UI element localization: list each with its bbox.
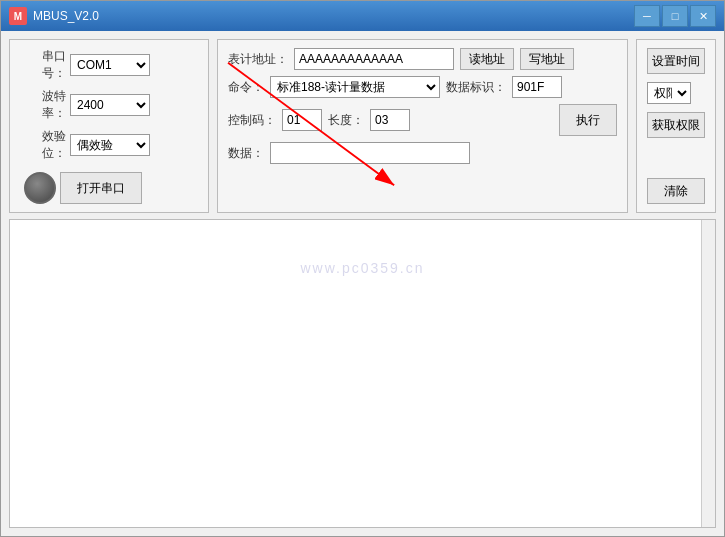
length-label: 长度：: [328, 112, 364, 129]
ctrl-label: 控制码：: [228, 112, 276, 129]
cmd-row: 命令： 标准188-读计量数据 标准188-写数据 标准188-读参数 数据标识…: [228, 76, 617, 98]
log-area[interactable]: www.pc0359.cn: [9, 219, 716, 528]
port-row: 串口号： COM1 COM2 COM3 COM4: [20, 48, 198, 82]
data-row: 数据：: [228, 142, 617, 164]
baud-select[interactable]: 1200 2400 4800 9600: [70, 94, 150, 116]
data-label: 数据：: [228, 145, 264, 162]
perm-row: 权限0 权限1 权限2: [647, 82, 705, 104]
length-input[interactable]: [370, 109, 410, 131]
top-panels: 串口号： COM1 COM2 COM3 COM4 波特率： 1200 2400 …: [9, 39, 716, 213]
clear-button[interactable]: 清除: [647, 178, 705, 204]
get-perm-button[interactable]: 获取权限: [647, 112, 705, 138]
window-title: MBUS_V2.0: [33, 9, 634, 23]
meter-addr-row: 表计地址： 读地址 写地址: [228, 48, 617, 70]
left-panel: 串口号： COM1 COM2 COM3 COM4 波特率： 1200 2400 …: [9, 39, 209, 213]
parity-select[interactable]: 偶效验 奇效验 无效验: [70, 134, 150, 156]
port-label: 串口号：: [20, 48, 66, 82]
maximize-button[interactable]: □: [662, 5, 688, 27]
window-controls: ─ □ ✕: [634, 5, 716, 27]
minimize-button[interactable]: ─: [634, 5, 660, 27]
data-input[interactable]: [270, 142, 470, 164]
app-icon: M: [9, 7, 27, 25]
baud-label: 波特率：: [20, 88, 66, 122]
main-window: M MBUS_V2.0 ─ □ ✕ 串口号： COM1 COM2 COM3 CO…: [0, 0, 725, 537]
identifier-input[interactable]: [512, 76, 562, 98]
parity-row: 效验位： 偶效验 奇效验 无效验: [20, 128, 198, 162]
write-addr-button[interactable]: 写地址: [520, 48, 574, 70]
parity-label: 效验位：: [20, 128, 66, 162]
meter-addr-input[interactable]: [294, 48, 454, 70]
exec-button[interactable]: 执行: [559, 104, 617, 136]
set-time-button[interactable]: 设置时间: [647, 48, 705, 74]
title-bar: M MBUS_V2.0 ─ □ ✕: [1, 1, 724, 31]
ctrl-input[interactable]: [282, 109, 322, 131]
middle-panel: 表计地址： 读地址 写地址 命令： 标准188-读计量数据 标准188-写数据 …: [217, 39, 628, 213]
read-addr-button[interactable]: 读地址: [460, 48, 514, 70]
perm-select[interactable]: 权限0 权限1 权限2: [647, 82, 691, 104]
right-panel: 设置时间 权限0 权限1 权限2 获取权限 清除: [636, 39, 716, 213]
log-scrollbar[interactable]: [701, 220, 715, 527]
content-area: 串口号： COM1 COM2 COM3 COM4 波特率： 1200 2400 …: [1, 31, 724, 536]
port-select[interactable]: COM1 COM2 COM3 COM4: [70, 54, 150, 76]
baud-row: 波特率： 1200 2400 4800 9600: [20, 88, 198, 122]
meter-addr-label: 表计地址：: [228, 51, 288, 68]
cmd-label: 命令：: [228, 79, 264, 96]
close-button[interactable]: ✕: [690, 5, 716, 27]
open-port-row: 打开串口: [20, 168, 198, 204]
ctrl-row: 控制码： 长度： 执行: [228, 104, 617, 136]
cmd-select[interactable]: 标准188-读计量数据 标准188-写数据 标准188-读参数: [270, 76, 440, 98]
identifier-label: 数据标识：: [446, 79, 506, 96]
open-port-button[interactable]: 打开串口: [60, 172, 142, 204]
status-indicator: [24, 172, 56, 204]
